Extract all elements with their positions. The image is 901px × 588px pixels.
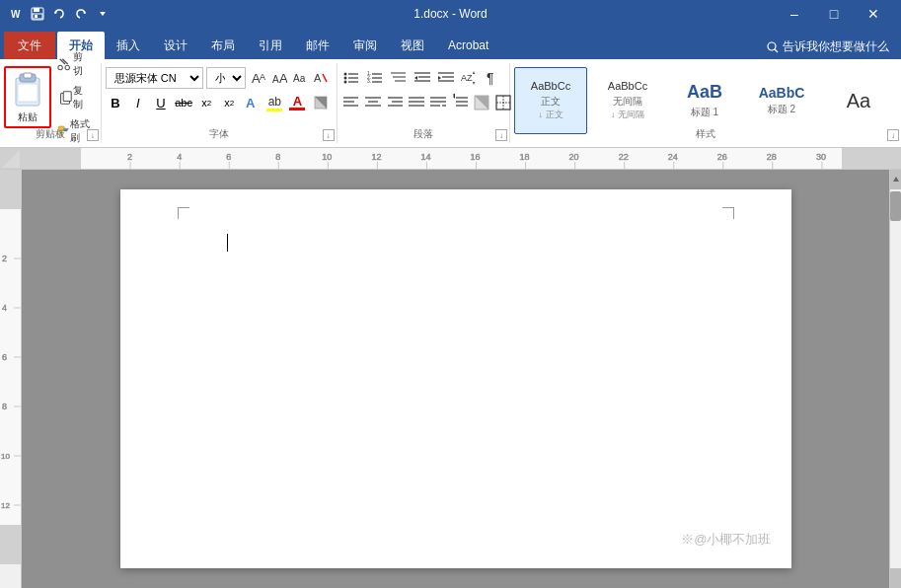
align-center-button[interactable] [363, 92, 383, 113]
numbering-button[interactable]: 1. 2. 3. [364, 67, 386, 89]
svg-text:¶: ¶ [487, 70, 494, 86]
sort-button[interactable]: AZ [458, 67, 480, 89]
svg-text:Aa: Aa [293, 73, 306, 84]
watermark: ※@小椰不加班 [681, 531, 771, 549]
style-heading1[interactable]: AaB 标题 1 [668, 67, 741, 134]
restore-button[interactable]: □ [814, 0, 854, 28]
scrollbar-thumb[interactable] [890, 191, 901, 221]
svg-text:18: 18 [520, 152, 530, 162]
svg-text:16: 16 [471, 152, 481, 162]
style-more-preview: Aa [847, 89, 870, 112]
font-size-select[interactable]: 小四 [206, 67, 246, 89]
ribbon-content: 粘贴 剪切 复制 [0, 59, 901, 148]
customize-qat-button[interactable] [95, 6, 111, 22]
tab-design[interactable]: 设计 [152, 32, 199, 59]
increase-font-button[interactable]: A A [249, 67, 266, 89]
svg-point-17 [58, 65, 62, 69]
document-area[interactable]: ※@小椰不加班 [22, 170, 889, 588]
font-name-select[interactable]: 思源宋体 CN [106, 67, 204, 89]
style-more[interactable]: Aa [822, 67, 895, 134]
svg-point-37 [344, 81, 347, 84]
document-page[interactable]: ※@小椰不加班 [120, 189, 791, 568]
tell-me-label: 告诉我你想要做什么 [783, 38, 889, 55]
tab-acrobat[interactable]: Acrobat [436, 32, 500, 59]
bullets-button[interactable] [341, 67, 363, 89]
svg-text:10: 10 [322, 152, 332, 162]
align-right-button[interactable] [385, 92, 405, 113]
multilevel-list-button[interactable] [388, 67, 410, 89]
highlight-a: ab [268, 95, 281, 109]
main-area: 2 4 6 8 10 12 ※@小椰不加班 [0, 170, 901, 588]
paste-icon [10, 70, 45, 110]
subscript-button[interactable]: x2 [196, 92, 216, 113]
bold-button[interactable]: B [106, 92, 125, 113]
vertical-scrollbar[interactable] [889, 170, 901, 588]
tab-insert[interactable]: 插入 [105, 32, 152, 59]
svg-text:12: 12 [371, 152, 381, 162]
change-case-button[interactable]: Aa [291, 67, 309, 89]
undo-qat-button[interactable] [51, 6, 67, 22]
style-heading2[interactable]: AaBbC 标题 2 [745, 67, 818, 134]
align-left-icon [342, 94, 360, 111]
cut-button[interactable]: 剪切 [53, 48, 95, 80]
tab-review[interactable]: 审阅 [341, 32, 389, 59]
justify-button[interactable] [407, 92, 426, 113]
style-no-spacing[interactable]: AaBbCc 无间隔 ↓ 无间隔 [591, 67, 664, 134]
svg-text:6: 6 [2, 352, 7, 362]
numbering-icon: 1. 2. 3. [366, 69, 384, 87]
bullets-icon [342, 69, 360, 87]
decrease-indent-button[interactable] [412, 67, 433, 89]
tab-mailings[interactable]: 邮件 [294, 32, 341, 59]
distributed-button[interactable] [428, 92, 448, 113]
svg-marker-57 [473, 71, 475, 74]
decrease-font-button[interactable]: A A [270, 67, 288, 89]
font-color-a: A [293, 95, 302, 108]
scrollbar-up-button[interactable] [890, 170, 901, 189]
shading-button[interactable] [310, 92, 330, 113]
paste-button[interactable]: 粘贴 [4, 66, 51, 128]
minimize-button[interactable]: – [775, 0, 814, 28]
tab-view[interactable]: 视图 [389, 32, 436, 59]
close-button[interactable]: ✕ [854, 0, 893, 28]
svg-text:2: 2 [127, 152, 132, 162]
increase-indent-button[interactable] [435, 67, 457, 89]
show-marks-button[interactable]: ¶ [482, 67, 503, 89]
tab-layout[interactable]: 布局 [199, 32, 247, 59]
highlight-button[interactable]: ab [264, 92, 284, 113]
redo-qat-button[interactable] [73, 6, 89, 22]
save-qat-button[interactable] [30, 6, 45, 22]
svg-marker-8 [100, 12, 106, 16]
paragraph-shading-button[interactable] [472, 92, 491, 113]
underline-button[interactable]: U [151, 92, 171, 113]
svg-text:A: A [279, 71, 287, 86]
tell-me-search[interactable]: 告诉我你想要做什么 [759, 35, 897, 59]
svg-text:A: A [246, 96, 256, 110]
paragraph-row2 [341, 92, 504, 113]
clipboard-group: 粘贴 剪切 复制 [0, 63, 102, 143]
scrollbar-down-button[interactable] [890, 568, 901, 588]
font-group-label: 字体 [102, 127, 337, 141]
decrease-font-icon: A A [271, 70, 287, 86]
line-spacing-button[interactable] [450, 92, 470, 113]
clear-format-button[interactable]: A [312, 67, 330, 89]
styles-expand-button[interactable]: ↓ [887, 129, 899, 141]
text-effect-button[interactable]: A [242, 92, 262, 113]
copy-button[interactable]: 复制 [53, 82, 95, 113]
font-expand-button[interactable]: ↓ [323, 129, 335, 141]
tab-references[interactable]: 引用 [247, 32, 294, 59]
align-left-button[interactable] [341, 92, 361, 113]
style-normal[interactable]: AaBbCc 正文 ↓ 正文 [514, 67, 587, 134]
svg-text:30: 30 [816, 152, 826, 162]
paragraph-group-label: 段落 [338, 127, 510, 141]
svg-text:6: 6 [226, 152, 231, 162]
svg-point-33 [344, 73, 347, 76]
svg-rect-89 [842, 148, 901, 169]
strikethrough-button[interactable]: abc [174, 92, 193, 113]
superscript-button[interactable]: x2 [219, 92, 239, 113]
tab-file[interactable]: 文件 [4, 32, 55, 59]
paragraph-expand-button[interactable]: ↓ [495, 129, 507, 141]
sort-icon: AZ [460, 69, 478, 87]
clipboard-expand-button[interactable]: ↓ [87, 129, 99, 141]
italic-button[interactable]: I [128, 92, 148, 113]
font-color-button[interactable]: A [287, 92, 307, 113]
